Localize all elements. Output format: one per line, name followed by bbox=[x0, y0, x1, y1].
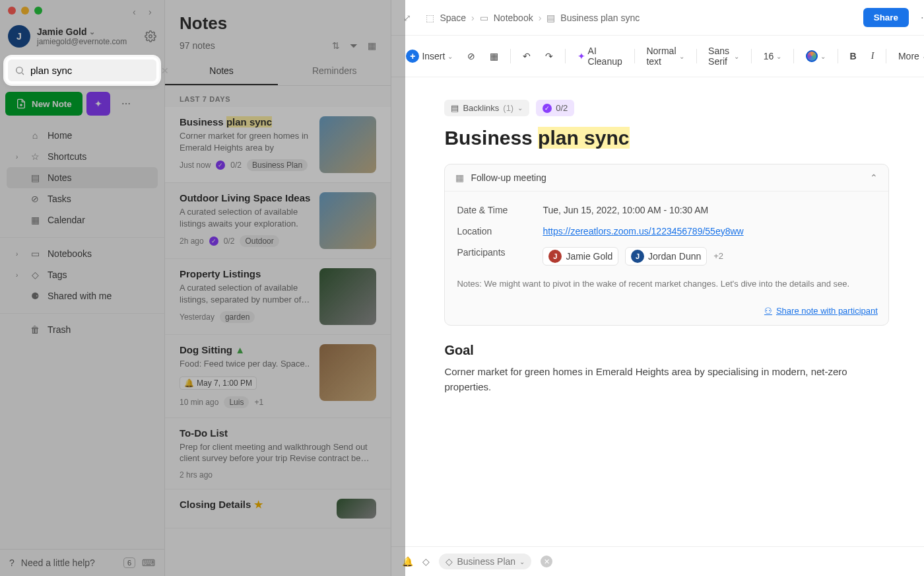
document-body[interactable]: ▤ Backlinks(1) ⌄ ✓ 0/2 Business plan syn… bbox=[391, 77, 924, 546]
minimize-window-icon[interactable] bbox=[21, 7, 29, 15]
notebook-icon: ▭ bbox=[29, 248, 41, 259]
nav-shortcuts[interactable]: ›☆Shortcuts bbox=[7, 146, 158, 167]
window-controls: ‹ › bbox=[0, 0, 164, 21]
clear-search-icon[interactable]: ✕ bbox=[161, 65, 169, 76]
meeting-participants-label: Participants bbox=[457, 247, 543, 266]
italic-button[interactable]: I bbox=[866, 48, 880, 65]
note-item[interactable]: Outdoor Living Space Ideas A curated sel… bbox=[165, 183, 391, 259]
notebook-icon: ▭ bbox=[480, 13, 488, 23]
nav-tags[interactable]: ›◇Tags bbox=[7, 264, 158, 285]
note-item-title: Property Listings bbox=[180, 268, 310, 279]
crumb-note[interactable]: Business plan sync bbox=[560, 13, 640, 23]
tab-notes[interactable]: Notes bbox=[165, 57, 278, 85]
ai-cleanup-button[interactable]: ✦AI Cleanup bbox=[572, 42, 628, 70]
reminder-chip[interactable]: 🔔May 7, 1:00 PM bbox=[180, 377, 257, 390]
more-menu-icon[interactable]: ⋯ bbox=[921, 13, 924, 23]
expand-icon[interactable]: ⤢ bbox=[403, 13, 411, 23]
task-icon[interactable]: ⊘ bbox=[462, 48, 480, 65]
add-tag-icon[interactable]: ◇ bbox=[422, 556, 430, 567]
note-thumbnail bbox=[319, 116, 376, 173]
meeting-card-header[interactable]: ▦ Follow-up meeting ⌃ bbox=[445, 164, 888, 192]
paragraph-style-select[interactable]: Normal text⌄ bbox=[641, 42, 689, 70]
sort-icon[interactable]: ⇅ bbox=[332, 40, 340, 51]
check-circle-icon: ⊘ bbox=[29, 194, 41, 204]
share-button[interactable]: Share bbox=[863, 8, 909, 27]
note-item-title: Outdoor Living Space Ideas bbox=[180, 192, 310, 203]
participants-more[interactable]: +2 bbox=[713, 251, 723, 261]
keyboard-icon[interactable]: ⌨ bbox=[142, 558, 155, 568]
more-create-button[interactable]: ⋯ bbox=[114, 92, 138, 116]
task-progress-icon: ✓ bbox=[216, 161, 225, 170]
note-item[interactable]: Property Listings A curated selection of… bbox=[165, 259, 391, 335]
nav-notebooks[interactable]: ›▭Notebooks bbox=[7, 243, 158, 264]
crumb-space[interactable]: Space bbox=[440, 13, 466, 23]
chevron-up-icon[interactable]: ⌃ bbox=[870, 172, 878, 183]
chevron-right-icon[interactable]: › bbox=[16, 271, 22, 279]
close-window-icon[interactable] bbox=[8, 7, 16, 15]
plus-icon: + bbox=[406, 50, 419, 63]
task-progress-pill[interactable]: ✓ 0/2 bbox=[536, 100, 574, 116]
nav-back-icon[interactable]: ‹ bbox=[133, 7, 141, 15]
note-item-tag[interactable]: garden bbox=[220, 311, 255, 323]
insert-button[interactable]: +Insert⌄ bbox=[401, 46, 458, 66]
share-with-participant-link[interactable]: ⚇Share note with participant bbox=[764, 306, 878, 316]
footer-tag-chip[interactable]: ◇ Business Plan ⌄ bbox=[439, 554, 531, 569]
search-input[interactable] bbox=[30, 65, 156, 76]
maximize-window-icon[interactable] bbox=[34, 7, 42, 15]
help-label[interactable]: Need a little help? bbox=[21, 558, 95, 568]
bold-button[interactable]: B bbox=[845, 48, 862, 65]
note-title[interactable]: Business plan sync bbox=[444, 127, 889, 149]
nav-forward-icon[interactable]: › bbox=[148, 7, 156, 15]
participant-chip[interactable]: JJordan Dunn bbox=[625, 247, 707, 266]
add-reminder-icon[interactable]: 🔔 bbox=[402, 556, 413, 567]
note-item-plus: +1 bbox=[254, 398, 263, 407]
ai-quick-button[interactable]: ✦ bbox=[86, 92, 110, 116]
backlinks-pill[interactable]: ▤ Backlinks(1) ⌄ bbox=[444, 100, 529, 116]
color-swatch-icon bbox=[806, 50, 818, 62]
nav-notes[interactable]: ▤Notes bbox=[7, 167, 158, 188]
plus-note-icon bbox=[16, 98, 26, 109]
remove-tag-icon[interactable]: ✕ bbox=[541, 556, 552, 567]
nav-calendar[interactable]: ▦Calendar bbox=[7, 209, 158, 231]
calendar-icon: ▦ bbox=[455, 172, 464, 183]
note-item[interactable]: To-Do List Prep for client meeting and w… bbox=[165, 418, 391, 489]
calendar-icon[interactable]: ▦ bbox=[484, 48, 504, 65]
search-container: ✕ bbox=[5, 57, 159, 84]
account-switcher[interactable]: J Jamie Gold⌄ jamiegold@evernote.com bbox=[0, 21, 164, 54]
new-note-button[interactable]: New Note bbox=[5, 92, 82, 116]
nav-shared[interactable]: ⚈Shared with me bbox=[7, 285, 158, 306]
settings-icon[interactable] bbox=[145, 30, 156, 42]
participant-chip[interactable]: JJamie Gold bbox=[543, 247, 618, 266]
note-item-tag[interactable]: Business Plan bbox=[247, 159, 308, 171]
nav-trash[interactable]: 🗑Trash bbox=[7, 319, 158, 340]
view-grid-icon[interactable]: ▦ bbox=[368, 40, 376, 51]
nav-label: Shared with me bbox=[48, 291, 112, 301]
trash-icon: 🗑 bbox=[29, 324, 41, 335]
nav-home[interactable]: ⌂Home bbox=[7, 125, 158, 146]
note-item[interactable]: Closing Details ★ bbox=[165, 489, 391, 528]
font-size-select[interactable]: 16⌄ bbox=[758, 48, 787, 65]
note-item-excerpt: A curated selection of available listing… bbox=[180, 282, 310, 305]
redo-icon[interactable]: ↷ bbox=[540, 48, 558, 65]
nav-tasks[interactable]: ⊘Tasks bbox=[7, 188, 158, 209]
breadcrumb: ⤢ ⬚ Space › ▭ Notebook › ▤ Business plan… bbox=[391, 0, 924, 36]
font-family-select[interactable]: Sans Serif⌄ bbox=[703, 42, 744, 70]
meeting-location-link[interactable]: https://zereatlors.zoom.us/1223456789/55… bbox=[543, 226, 743, 236]
section-heading-goal[interactable]: Goal bbox=[444, 343, 889, 358]
note-item[interactable]: Business plan sync Corner market for gre… bbox=[165, 107, 391, 183]
star-icon: ☆ bbox=[29, 151, 41, 162]
note-item-tag[interactable]: Outdoor bbox=[240, 235, 279, 247]
star-icon: ★ bbox=[254, 499, 263, 510]
undo-icon[interactable]: ↶ bbox=[517, 48, 536, 65]
tab-reminders[interactable]: Reminders bbox=[278, 57, 391, 85]
chevron-right-icon[interactable]: › bbox=[16, 250, 22, 258]
user-name: Jamie Gold bbox=[37, 26, 86, 37]
note-item[interactable]: Dog Sitting ▲ Food: Feed twice per day. … bbox=[165, 335, 391, 418]
crumb-notebook[interactable]: Notebook bbox=[494, 13, 533, 23]
goal-paragraph[interactable]: Corner market for green homes in Emerald… bbox=[444, 365, 889, 394]
task-icon: ✓ bbox=[543, 104, 552, 113]
filter-icon[interactable]: ⏷ bbox=[349, 40, 358, 51]
chevron-right-icon[interactable]: › bbox=[16, 153, 22, 161]
text-color-button[interactable]: ⌄ bbox=[801, 47, 831, 65]
more-format-button[interactable]: More⌄ bbox=[893, 48, 924, 65]
